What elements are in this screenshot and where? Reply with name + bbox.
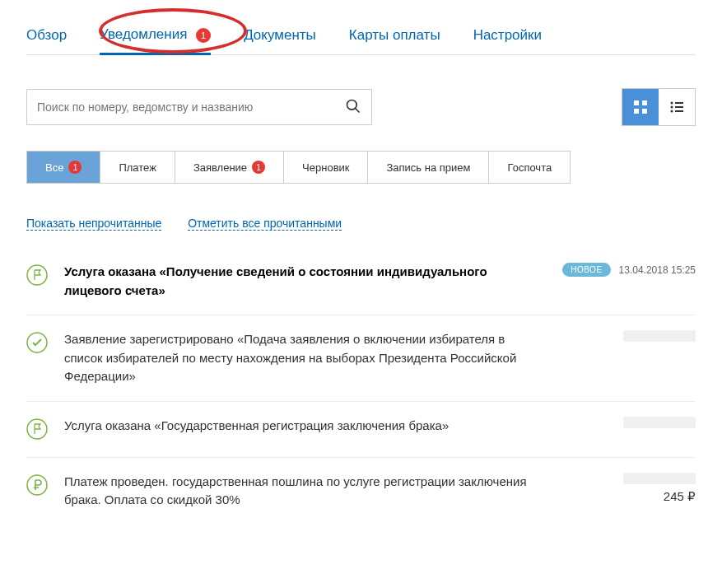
notification-item[interactable]: Услуга оказана «Получение сведений о сос…: [26, 263, 696, 315]
filter-application-badge: 1: [252, 161, 265, 174]
svg-rect-9: [675, 106, 683, 108]
flag-icon: [26, 263, 64, 288]
filter-payment[interactable]: Платеж: [100, 152, 175, 183]
filter-all-badge: 1: [68, 161, 82, 174]
svg-point-6: [671, 102, 673, 105]
notification-item[interactable]: Услуга оказана «Государственная регистра…: [26, 402, 696, 458]
notification-title: Услуга оказана «Государственная регистра…: [64, 417, 531, 436]
redacted-timestamp: [623, 330, 696, 342]
filter-application-label: Заявление: [193, 161, 247, 174]
svg-rect-2: [634, 100, 639, 105]
new-badge: НОВОЕ: [562, 263, 610, 277]
tab-notifications-label: Уведомления: [100, 26, 187, 42]
svg-point-0: [347, 100, 357, 110]
search-icon[interactable]: [345, 98, 361, 117]
ruble-icon: [26, 473, 64, 498]
search-input[interactable]: [37, 100, 345, 114]
redacted-timestamp: [623, 417, 696, 428]
main-tabs: Обзор Уведомления 1 Документы Карты опла…: [26, 16, 696, 55]
svg-point-8: [671, 106, 673, 109]
svg-point-10: [671, 110, 673, 113]
tab-payment-cards[interactable]: Карты оплаты: [349, 17, 440, 54]
mark-all-read-link[interactable]: Отметить все прочитанными: [188, 217, 342, 231]
filter-draft[interactable]: Черновик: [284, 152, 368, 183]
view-toggle: [622, 88, 696, 126]
flag-icon: [26, 417, 64, 442]
tab-overview[interactable]: Обзор: [26, 17, 67, 54]
notification-title: Платеж проведен. государственная пошлина…: [64, 473, 531, 510]
search-box: [26, 89, 372, 125]
notification-list: Услуга оказана «Получение сведений о сос…: [26, 263, 696, 525]
notification-timestamp: 13.04.2018 15:25: [619, 264, 696, 276]
filter-appointment[interactable]: Запись на прием: [368, 152, 489, 183]
tab-settings[interactable]: Настройки: [473, 17, 542, 54]
svg-rect-4: [634, 109, 639, 114]
notification-item[interactable]: Платеж проведен. государственная пошлина…: [26, 458, 696, 525]
svg-rect-5: [642, 109, 647, 114]
svg-rect-7: [675, 102, 683, 104]
filter-all[interactable]: Все 1: [27, 152, 100, 183]
notification-title: Заявление зарегистрировано «Подача заявл…: [64, 330, 531, 386]
filter-all-label: Все: [45, 161, 63, 174]
notification-title: Услуга оказана «Получение сведений о сос…: [64, 263, 531, 300]
notification-item[interactable]: Заявление зарегистрировано «Подача заявл…: [26, 315, 696, 402]
notification-amount: 245 ₽: [664, 489, 696, 504]
show-unread-link[interactable]: Показать непрочитанные: [26, 217, 161, 231]
tab-documents[interactable]: Документы: [244, 17, 316, 54]
filter-gospochta[interactable]: Госпочта: [489, 152, 570, 183]
view-grid-button[interactable]: [622, 89, 659, 125]
filter-application[interactable]: Заявление 1: [175, 152, 284, 183]
redacted-timestamp: [623, 473, 696, 484]
view-list-button[interactable]: [659, 89, 695, 125]
check-icon: [26, 330, 64, 356]
svg-rect-3: [642, 100, 647, 105]
tab-notifications-badge: 1: [196, 28, 211, 43]
svg-rect-11: [675, 110, 683, 112]
filter-tabs: Все 1 Платеж Заявление 1 Черновик Запись…: [26, 151, 571, 184]
tab-notifications[interactable]: Уведомления 1: [100, 16, 211, 55]
svg-line-1: [356, 108, 360, 112]
